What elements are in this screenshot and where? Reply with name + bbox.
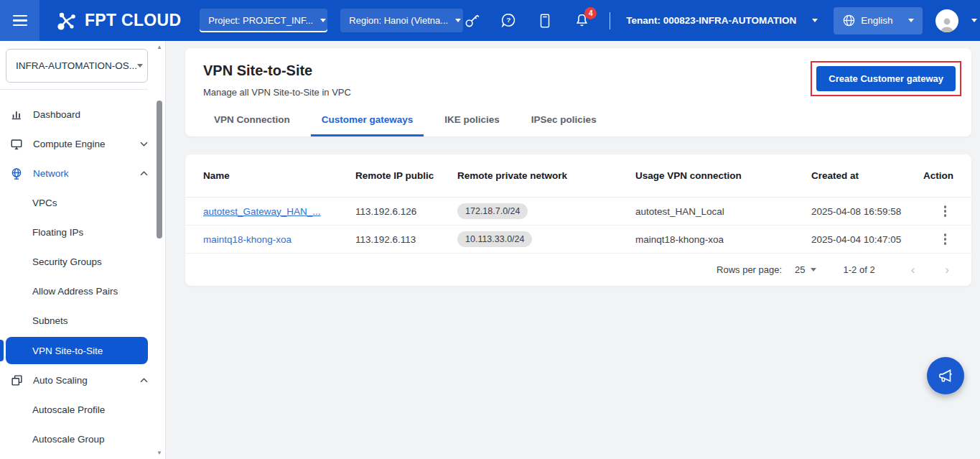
column-header-remote-private-network: Remote private network bbox=[457, 170, 635, 181]
rows-per-page-select[interactable]: 25 bbox=[795, 264, 816, 275]
sidebar-item-label: VPN Site-to-Site bbox=[32, 346, 103, 356]
chevron-down-icon bbox=[908, 19, 914, 22]
tab-vpn-connection[interactable]: VPN Connection bbox=[203, 111, 301, 136]
announcements-fab[interactable] bbox=[927, 357, 964, 394]
gateway-name-link[interactable]: autotest_Gateway_HAN_... bbox=[203, 206, 321, 217]
main-content: VPN Site-to-Site Manage all VPN Site-to-… bbox=[166, 41, 980, 459]
row-actions-kebab-icon[interactable] bbox=[937, 201, 954, 221]
sidebar-item-label: Auto Scaling bbox=[33, 375, 88, 386]
hamburger-menu-icon[interactable] bbox=[0, 0, 39, 41]
notification-badge: 4 bbox=[584, 7, 597, 19]
monitor-icon bbox=[10, 138, 23, 151]
tenant-label: Tenant: 000823-INFRA-AUTOMATION bbox=[626, 15, 796, 26]
column-header-name: Name bbox=[203, 170, 355, 181]
usage-vpn-value: mainqt18-khong-xoa bbox=[635, 234, 811, 245]
customer-gateways-table-card: Name Remote IP public Remote private net… bbox=[185, 154, 971, 286]
column-header-remote-ip: Remote IP public bbox=[355, 170, 457, 181]
top-bar-right: ? 4 Tenant: 000823-INFRA-AUTOMATION Engl… bbox=[463, 7, 980, 34]
network-globe-icon bbox=[10, 167, 23, 180]
fpt-cloud-logo: FPT CLOUD bbox=[55, 9, 181, 32]
tenant-selector[interactable]: Tenant: 000823-INFRA-AUTOMATION bbox=[626, 15, 818, 26]
api-key-icon[interactable] bbox=[463, 12, 480, 29]
logo-text: FPT CLOUD bbox=[85, 11, 181, 30]
sidebar-item-label: Allow Address Pairs bbox=[32, 286, 118, 297]
notifications-bell-icon[interactable]: 4 bbox=[573, 12, 590, 29]
header-divider bbox=[610, 12, 610, 29]
table-row: maintq18-khong-xoa 113.192.6.113 10.113.… bbox=[185, 226, 971, 254]
sidebar-item-auto-scaling[interactable]: Auto Scaling bbox=[0, 366, 165, 395]
chevron-down-icon bbox=[140, 142, 148, 147]
create-customer-gateway-button[interactable]: Create Customer gateway bbox=[816, 66, 956, 91]
red-highlight-annotation: Create Customer gateway bbox=[811, 61, 961, 96]
pagination-range: 1-2 of 2 bbox=[844, 264, 875, 275]
table-row: autotest_Gateway_HAN_... 113.192.6.126 1… bbox=[185, 198, 971, 226]
sidebar-scrollbar[interactable]: ▲ ▼ bbox=[155, 41, 164, 459]
sidebar-divider bbox=[0, 89, 148, 90]
next-page-icon[interactable]: › bbox=[941, 263, 953, 277]
chevron-down-icon bbox=[971, 19, 977, 22]
chevron-down-icon bbox=[137, 64, 143, 68]
user-menu[interactable] bbox=[935, 9, 977, 32]
chevron-up-icon bbox=[140, 378, 148, 383]
top-bar: FPT CLOUD Project: PROJECT_INF... Region… bbox=[0, 0, 980, 41]
megaphone-icon bbox=[936, 366, 955, 385]
sidebar-item-floating-ips[interactable]: Floating IPs bbox=[0, 218, 165, 247]
table-header-row: Name Remote IP public Remote private net… bbox=[185, 154, 971, 198]
sidebar-item-label: Floating IPs bbox=[32, 227, 83, 238]
language-selector[interactable]: English bbox=[834, 7, 922, 34]
remote-private-network-chip: 172.18.7.0/24 bbox=[457, 203, 528, 219]
created-at-value: 2025-04-04 10:47:05 bbox=[811, 234, 923, 245]
rows-per-page-value: 25 bbox=[795, 264, 805, 275]
layers-icon bbox=[10, 374, 23, 386]
documentation-icon[interactable] bbox=[536, 12, 554, 29]
vpc-selector-dropdown[interactable]: INFRA-AUTOMATION-OS... bbox=[6, 49, 148, 83]
sidebar-item-label: Network bbox=[33, 168, 69, 179]
chevron-down-icon bbox=[320, 19, 326, 22]
project-dropdown-label: Project: PROJECT_INF... bbox=[208, 15, 313, 26]
region-dropdown[interactable]: Region: Hanoi (Vietna... bbox=[340, 9, 463, 32]
sidebar-item-vpcs[interactable]: VPCs bbox=[0, 188, 165, 218]
previous-page-icon[interactable]: ‹ bbox=[907, 263, 920, 277]
sidebar-item-autoscale-profile[interactable]: Autoscale Profile bbox=[0, 395, 165, 425]
sidebar-item-label: Dashboard bbox=[33, 109, 80, 120]
sidebar-item-compute-engine[interactable]: Compute Engine bbox=[0, 129, 165, 159]
language-label: English bbox=[861, 15, 892, 26]
avatar bbox=[935, 9, 958, 32]
chevron-down-icon bbox=[812, 19, 818, 22]
page-header-card: VPN Site-to-Site Manage all VPN Site-to-… bbox=[185, 48, 971, 136]
scroll-up-icon[interactable]: ▲ bbox=[155, 44, 164, 50]
sidebar-item-allow-address-pairs[interactable]: Allow Address Pairs bbox=[0, 277, 165, 306]
chevron-down-icon bbox=[455, 19, 461, 22]
row-actions-kebab-icon[interactable] bbox=[937, 229, 954, 249]
created-at-value: 2025-04-08 16:59:58 bbox=[811, 206, 923, 217]
sidebar-item-autoscale-group[interactable]: Autoscale Group bbox=[0, 425, 165, 454]
usage-vpn-value: autotest_HAN_Local bbox=[635, 206, 811, 217]
tab-bar: VPN Connection Customer gateways IKE pol… bbox=[203, 111, 953, 136]
tab-customer-gateways[interactable]: Customer gateways bbox=[311, 111, 424, 136]
remote-private-network-chip: 10.113.33.0/24 bbox=[457, 231, 532, 247]
sidebar-item-vpn-site-to-site-active[interactable]: VPN Site-to-Site bbox=[6, 337, 148, 364]
remote-ip-value: 113.192.6.126 bbox=[355, 206, 457, 217]
scrollbar-thumb[interactable] bbox=[157, 101, 162, 238]
support-chat-icon[interactable]: ? bbox=[500, 12, 517, 29]
tab-ike-policies[interactable]: IKE policies bbox=[434, 111, 510, 136]
vpc-selector-label: INFRA-AUTOMATION-OS... bbox=[16, 60, 137, 71]
sidebar-item-dashboard[interactable]: Dashboard bbox=[0, 100, 165, 129]
sidebar: INFRA-AUTOMATION-OS... Dashboard Compute… bbox=[0, 41, 166, 459]
chevron-down-icon bbox=[811, 268, 816, 272]
gateway-name-link[interactable]: maintq18-khong-xoa bbox=[203, 234, 291, 245]
fpt-cloud-logo-icon bbox=[55, 9, 78, 32]
chevron-up-icon bbox=[140, 171, 148, 176]
sidebar-item-label: Compute Engine bbox=[33, 139, 106, 149]
active-item-notch bbox=[0, 340, 4, 361]
sidebar-item-security-groups[interactable]: Security Groups bbox=[0, 247, 165, 277]
sidebar-item-network[interactable]: Network bbox=[0, 159, 165, 188]
column-header-action: Action bbox=[923, 170, 953, 181]
project-dropdown[interactable]: Project: PROJECT_INF... bbox=[200, 9, 327, 32]
sidebar-item-label: Subnets bbox=[32, 315, 68, 326]
scroll-down-icon[interactable]: ▼ bbox=[155, 450, 164, 456]
table-pagination: Rows per page: 25 1-2 of 2 ‹ › bbox=[185, 254, 971, 286]
rows-per-page-label: Rows per page: bbox=[717, 264, 782, 275]
sidebar-item-subnets[interactable]: Subnets bbox=[0, 306, 165, 335]
tab-ipsec-policies[interactable]: IPSec policies bbox=[521, 111, 607, 136]
